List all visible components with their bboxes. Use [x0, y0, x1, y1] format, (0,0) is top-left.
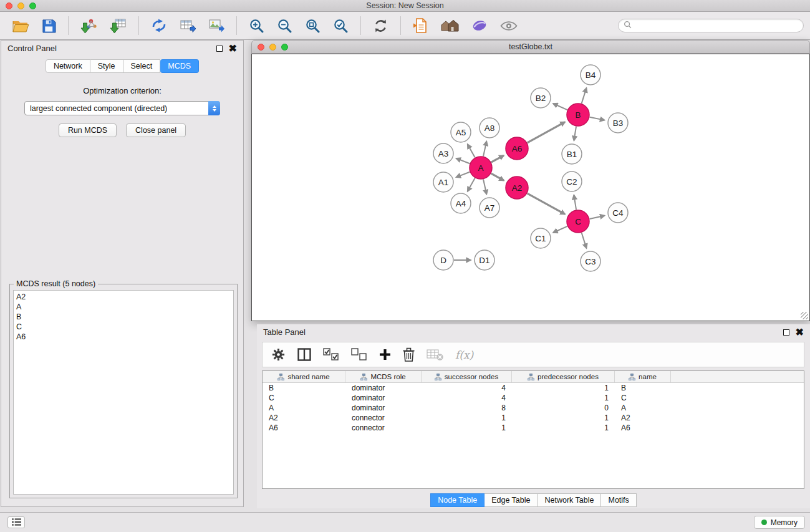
- show-columns-icon[interactable]: [297, 348, 311, 361]
- graph-node-C4[interactable]: C4: [608, 203, 628, 223]
- tab-select[interactable]: Select: [123, 59, 161, 73]
- graph-edge-C-C1[interactable]: [553, 226, 567, 233]
- graph-edge-A2-C[interactable]: [528, 193, 565, 214]
- run-mcds-button[interactable]: Run MCDS: [59, 123, 117, 137]
- graph-edge-B-B1[interactable]: [574, 127, 576, 141]
- graph-edge-A-A8[interactable]: [483, 141, 486, 156]
- graph-edge-A6-B[interactable]: [528, 122, 565, 143]
- close-window-button[interactable]: [6, 2, 12, 9]
- table-settings-icon[interactable]: [271, 347, 286, 362]
- float-table-panel-icon[interactable]: [783, 329, 789, 336]
- close-panel-button[interactable]: Close panel: [126, 123, 186, 137]
- table-row[interactable]: A6connector11A6: [263, 423, 804, 433]
- delete-rows-icon[interactable]: [403, 347, 415, 362]
- tab-network-table[interactable]: Network Table: [538, 493, 602, 507]
- graph-edge-B-B2[interactable]: [553, 104, 567, 110]
- tab-mcds[interactable]: MCDS: [160, 59, 199, 73]
- graph-node-C[interactable]: C: [567, 210, 589, 233]
- graph-node-A8[interactable]: A8: [480, 118, 499, 138]
- float-panel-icon[interactable]: [216, 46, 223, 52]
- graph-node-A4[interactable]: A4: [451, 193, 471, 213]
- graph-edge-A-A7[interactable]: [483, 180, 486, 195]
- close-panel-icon[interactable]: ✖: [229, 46, 237, 52]
- graph-edge-A-A3[interactable]: [456, 158, 470, 163]
- graph-node-B2[interactable]: B2: [531, 88, 551, 108]
- result-item[interactable]: A2: [16, 292, 233, 302]
- zoom-fit-icon[interactable]: [302, 17, 324, 35]
- open-session-icon[interactable]: [9, 17, 32, 34]
- graph-node-B4[interactable]: B4: [581, 65, 600, 85]
- result-item[interactable]: A: [16, 302, 233, 312]
- task-history-button[interactable]: [7, 516, 25, 528]
- graph-node-A1[interactable]: A1: [433, 172, 453, 192]
- result-item[interactable]: B: [16, 312, 233, 322]
- zoom-out-icon[interactable]: [274, 17, 296, 35]
- clone-network-icon[interactable]: [148, 17, 170, 34]
- tab-motifs[interactable]: Motifs: [601, 493, 636, 507]
- column-header-MCDS-role[interactable]: MCDS role: [345, 371, 422, 382]
- graph-node-A5[interactable]: A5: [451, 122, 471, 142]
- graph-edge-C-C4[interactable]: [590, 216, 605, 219]
- graph-edge-A-A1[interactable]: [456, 172, 470, 177]
- table-row[interactable]: Bdominator41B: [263, 383, 804, 393]
- graph-node-A3[interactable]: A3: [433, 143, 453, 163]
- network-canvas[interactable]: B4B2BB3A8A5A6A3B1AC2A1A2A4A7C4CC1DD1C3: [251, 54, 810, 321]
- table-row[interactable]: A2connector11A2: [263, 413, 804, 423]
- deselect-all-rows-icon[interactable]: [351, 348, 367, 361]
- graph-node-B[interactable]: B: [567, 104, 589, 126]
- open-document-icon[interactable]: [410, 16, 431, 35]
- save-session-icon[interactable]: [39, 17, 59, 34]
- column-header-successor-nodes[interactable]: successor nodes: [422, 371, 512, 382]
- graph-node-B3[interactable]: B3: [608, 113, 628, 133]
- graph-node-C3[interactable]: C3: [581, 251, 600, 271]
- zoom-in-icon[interactable]: [246, 17, 268, 35]
- search-input[interactable]: [635, 21, 803, 30]
- import-network-from-file-icon[interactable]: [77, 17, 100, 35]
- graph-node-D1[interactable]: D1: [475, 250, 494, 270]
- tab-node-table[interactable]: Node Table: [430, 493, 485, 507]
- tab-network[interactable]: Network: [46, 59, 90, 73]
- result-item[interactable]: C: [16, 322, 233, 332]
- column-header-name[interactable]: name: [615, 371, 671, 382]
- minimize-window-button[interactable]: [17, 2, 24, 9]
- tab-style[interactable]: Style: [90, 59, 123, 73]
- home-view-icon[interactable]: [437, 17, 462, 34]
- import-table-from-file-icon[interactable]: [107, 17, 130, 35]
- graph-node-A7[interactable]: A7: [480, 198, 499, 218]
- graph-edge-A-A6[interactable]: [491, 155, 504, 162]
- search-box[interactable]: [618, 19, 804, 32]
- network-zoom-button[interactable]: [281, 44, 288, 51]
- graph-edge-C-C3[interactable]: [582, 233, 587, 248]
- function-builder-icon[interactable]: f(x): [455, 349, 473, 361]
- close-table-panel-icon[interactable]: ✖: [796, 329, 804, 336]
- select-all-rows-icon[interactable]: [323, 348, 339, 361]
- graph-node-A[interactable]: A: [470, 157, 492, 179]
- graph-edge-C-C2[interactable]: [574, 195, 576, 210]
- refresh-view-icon[interactable]: [370, 17, 392, 35]
- mcds-result-list[interactable]: A2ABCA6: [13, 290, 234, 495]
- graph-edge-A-A5[interactable]: [468, 144, 475, 157]
- style-painter-icon[interactable]: [468, 17, 491, 34]
- graph-node-A6[interactable]: A6: [506, 137, 528, 160]
- add-row-icon[interactable]: [379, 349, 391, 360]
- network-minimize-button[interactable]: [269, 44, 276, 51]
- zoom-window-button[interactable]: [29, 2, 36, 9]
- column-header-shared-name[interactable]: shared name: [263, 371, 345, 382]
- graph-edge-A-A2[interactable]: [491, 173, 504, 180]
- table-row[interactable]: Cdominator41C: [263, 393, 804, 403]
- table-row[interactable]: Adominator80A: [263, 403, 804, 413]
- graph-edge-B-B3[interactable]: [590, 117, 605, 120]
- export-image-icon[interactable]: [205, 17, 228, 34]
- network-close-button[interactable]: [258, 44, 264, 51]
- graph-node-C2[interactable]: C2: [562, 172, 582, 191]
- dropdown-stepper-icon[interactable]: [208, 101, 220, 115]
- resize-handle[interactable]: [801, 312, 808, 319]
- tab-edge-table[interactable]: Edge Table: [485, 493, 538, 507]
- show-graphics-details-icon[interactable]: [497, 19, 521, 33]
- column-header-predecessor-nodes[interactable]: predecessor nodes: [512, 371, 615, 382]
- zoom-selected-icon[interactable]: [330, 17, 352, 35]
- delete-table-icon[interactable]: [427, 348, 443, 361]
- graph-node-C1[interactable]: C1: [531, 228, 551, 248]
- memory-button[interactable]: Memory: [754, 516, 805, 529]
- graph-node-B1[interactable]: B1: [562, 144, 582, 164]
